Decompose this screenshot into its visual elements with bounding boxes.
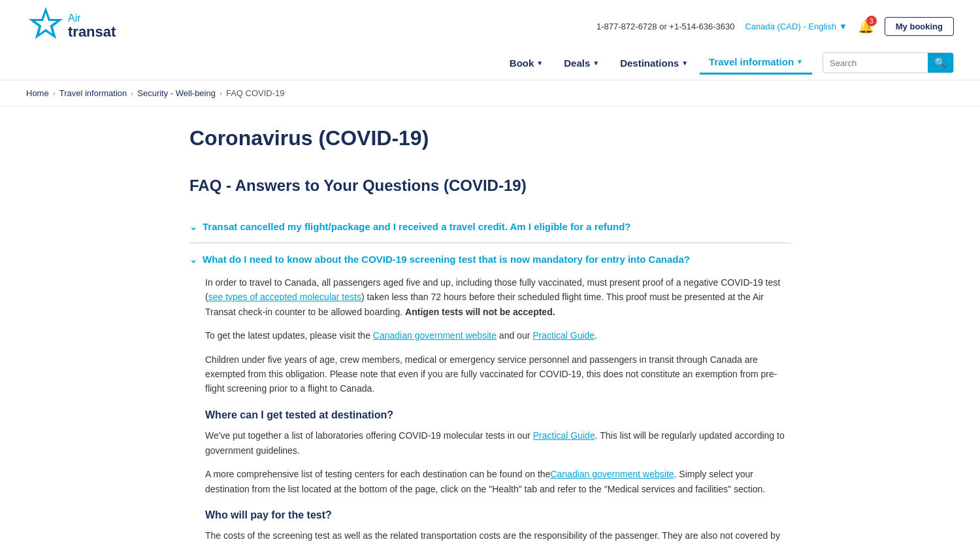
breadcrumb: Home › Travel information › Security - W… bbox=[0, 80, 980, 107]
chevron-down-icon: ⌄ bbox=[189, 222, 197, 232]
faq-item-1: ⌄ Transat cancelled my flight/package an… bbox=[189, 211, 791, 243]
my-booking-button[interactable]: My booking bbox=[885, 17, 954, 36]
nav-item-deals[interactable]: Deals ▼ bbox=[555, 52, 608, 74]
header-top: Air transat 1-877-872-6728 or +1-514-636… bbox=[0, 0, 980, 46]
faq-question-2[interactable]: ⌄ What do I need to know about the COVID… bbox=[189, 254, 791, 265]
testing-paragraph-2: A more comprehensive list of testing cen… bbox=[205, 467, 791, 496]
chevron-down-icon: ⌄ bbox=[189, 254, 197, 265]
main-content: Coronavirus (COVID-19) FAQ - Answers to … bbox=[163, 107, 817, 544]
breadcrumb-separator: › bbox=[220, 89, 222, 98]
canadian-govt-link-1[interactable]: Canadian government website bbox=[373, 330, 497, 341]
notification-badge: 3 bbox=[866, 16, 877, 26]
breadcrumb-current: FAQ COVID-19 bbox=[226, 88, 285, 98]
nav-items: Book ▼ Deals ▼ Destinations ▼ Travel inf… bbox=[500, 51, 812, 75]
breadcrumb-home[interactable]: Home bbox=[26, 88, 49, 98]
phone-number: 1-877-872-6728 or +1-514-636-3630 bbox=[596, 22, 734, 31]
notification-bell[interactable]: 🔔 3 bbox=[858, 18, 874, 34]
search-box: 🔍 bbox=[823, 52, 954, 73]
main-nav: Book ▼ Deals ▼ Destinations ▼ Travel inf… bbox=[0, 46, 980, 80]
faq-item-2: ⌄ What do I need to know about the COVID… bbox=[189, 243, 791, 544]
practical-guide-link-1[interactable]: Practical Guide bbox=[532, 330, 595, 341]
nav-item-book[interactable]: Book ▼ bbox=[500, 52, 552, 74]
canadian-govt-link-2[interactable]: Canadian government website bbox=[550, 469, 674, 479]
logo-air: Air bbox=[68, 12, 116, 24]
logo-text: Air transat bbox=[68, 12, 116, 40]
search-input[interactable] bbox=[823, 54, 928, 72]
breadcrumb-travel-info[interactable]: Travel information bbox=[59, 88, 127, 98]
faq-answer-paragraph-2: To get the latest updates, please visit … bbox=[205, 328, 791, 343]
nav-item-destinations[interactable]: Destinations ▼ bbox=[611, 52, 697, 74]
chevron-down-icon: ▼ bbox=[593, 60, 599, 67]
chevron-down-icon: ▼ bbox=[536, 60, 543, 67]
faq-answer-paragraph-3: Children under five years of age, crew m… bbox=[205, 352, 791, 396]
page-title: Coronavirus (COVID-19) bbox=[189, 126, 791, 150]
practical-guide-link-2[interactable]: Practical Guide bbox=[533, 430, 595, 441]
chevron-down-icon: ▼ bbox=[681, 60, 688, 67]
chevron-down-icon: ▼ bbox=[839, 22, 847, 31]
testing-paragraph-1: We've put together a list of laboratorie… bbox=[205, 428, 791, 458]
breadcrumb-separator: › bbox=[131, 89, 133, 98]
logo-star-icon bbox=[26, 7, 65, 46]
breadcrumb-security[interactable]: Security - Well-being bbox=[137, 88, 216, 98]
breadcrumb-separator: › bbox=[53, 89, 56, 98]
subsection-title-testing: Where can I get tested at destination? bbox=[205, 407, 791, 424]
logo[interactable]: Air transat bbox=[26, 7, 116, 46]
search-icon: 🔍 bbox=[934, 57, 947, 68]
faq-answer-2: In order to travel to Canada, all passen… bbox=[189, 265, 791, 544]
accepted-tests-link[interactable]: see types of accepted molecular tests bbox=[208, 292, 361, 302]
subsection-title-payment: Who will pay for the test? bbox=[205, 507, 791, 524]
nav-item-travel-information[interactable]: Travel information ▼ bbox=[700, 51, 812, 75]
language-selector[interactable]: Canada (CAD) - English ▼ bbox=[745, 22, 847, 31]
chevron-down-icon: ▼ bbox=[796, 58, 803, 65]
faq-answer-paragraph-1: In order to travel to Canada, all passen… bbox=[205, 275, 791, 319]
logo-transat: transat bbox=[68, 24, 116, 40]
search-button[interactable]: 🔍 bbox=[928, 53, 953, 73]
payment-paragraph-1: The costs of the screening test as well … bbox=[205, 528, 791, 544]
faq-section-title: FAQ - Answers to Your Questions (COVID-1… bbox=[189, 177, 791, 195]
header-right-top: 1-877-872-6728 or +1-514-636-3630 Canada… bbox=[596, 17, 954, 36]
faq-question-1[interactable]: ⌄ Transat cancelled my flight/package an… bbox=[189, 221, 791, 232]
